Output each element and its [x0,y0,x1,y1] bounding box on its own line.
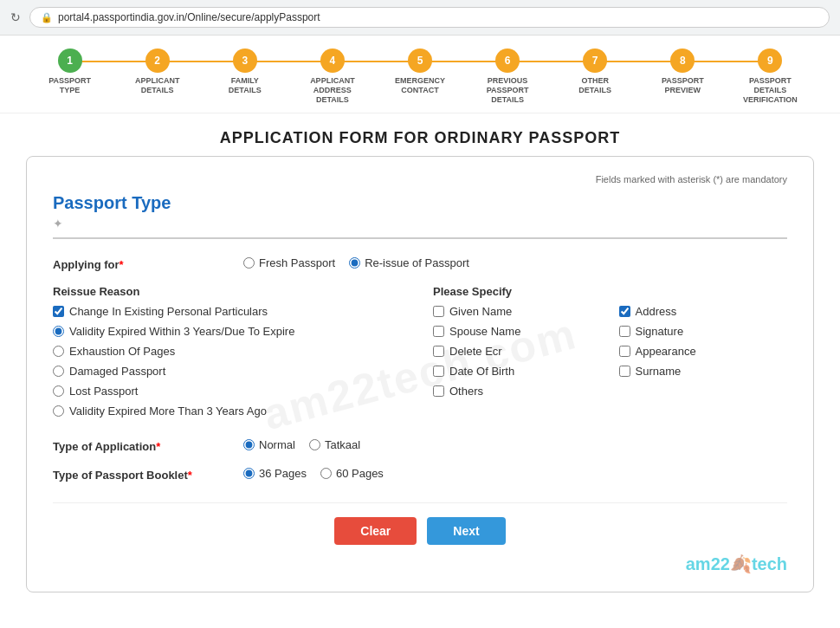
tatkaal-option[interactable]: Tatkaal [309,438,360,451]
specify-given-name-checkbox[interactable] [433,306,444,317]
step-5[interactable]: 5 EMERGENCY CONTACT [376,49,463,95]
reissue-section: Reissue Reason Change In Existing Person… [53,285,787,424]
step-label-1: PASSPORT TYPE [40,76,100,95]
compass-icon: ✦ [53,217,787,230]
type-of-application-controls: Normal Tatkaal [243,438,787,451]
36-pages-radio[interactable] [243,468,255,479]
reissue-columns: Reissue Reason Change In Existing Person… [53,285,787,424]
main-content: 1 PASSPORT TYPE 2 APPLICANT DETAILS 3 FA… [0,36,840,628]
fresh-passport-option[interactable]: Fresh Passport [243,256,335,269]
specify-given-name[interactable]: Given Name [433,305,602,318]
progress-bar: 1 PASSPORT TYPE 2 APPLICANT DETAILS 3 FA… [0,36,840,113]
application-type-radio-group: Normal Tatkaal [243,438,787,451]
section-title: Passport Type [53,193,787,213]
applying-for-controls: Fresh Passport Re-issue of Passport [243,256,787,269]
specify-others-checkbox[interactable] [433,385,444,397]
step-circle-9: 9 [758,49,782,73]
step-circle-2: 2 [145,49,170,73]
step-circle-8: 8 [670,49,695,73]
specify-date-of-birth[interactable]: Date Of Birth [433,365,602,378]
specify-signature-checkbox[interactable] [619,326,630,337]
type-of-booklet-label: Type of Passport Booklet* [53,467,243,482]
specify-address-checkbox[interactable] [619,306,630,317]
step-label-7: OTHER DETAILS [565,76,625,95]
specify-spouse-name[interactable]: Spouse Name [433,325,602,338]
tatkaal-radio[interactable] [309,439,320,450]
step-label-6: PREVIOUS PASSPORT DETAILS [477,76,538,104]
step-4[interactable]: 4 APPLICANT ADDRESS DETAILS [288,49,376,104]
step-circle-7: 7 [583,49,607,73]
lock-icon: 🔒 [41,12,53,23]
step-label-5: EMERGENCY CONTACT [390,76,450,95]
step-3[interactable]: 3 FAMILY DETAILS [201,49,288,95]
specify-address[interactable]: Address [619,305,788,318]
specify-others[interactable]: Others [433,385,602,398]
60-pages-option[interactable]: 60 Pages [320,467,384,480]
reissue-radio-2[interactable] [53,326,64,337]
reissue-option-1[interactable]: Change In Existing Personal Particulars [53,305,407,318]
60-pages-radio[interactable] [320,468,332,479]
36-pages-option[interactable]: 36 Pages [243,467,307,480]
please-specify-col: Please Specify Given Name Spouse Name [433,285,787,424]
reissue-passport-option[interactable]: Re-issue of Passport [349,256,469,269]
reissue-reason-header: Reissue Reason [53,285,407,298]
page-title: APPLICATION FORM FOR ORDINARY PASSPORT [0,113,840,156]
step-7[interactable]: 7 OTHER DETAILS [552,49,639,95]
reissue-radio-4[interactable] [53,366,64,377]
specify-surname-checkbox[interactable] [619,366,630,377]
step-1[interactable]: 1 PASSPORT TYPE [26,49,113,95]
reissue-radio-6[interactable] [53,405,64,417]
specify-columns: Given Name Spouse Name Delete Ecr [433,305,787,405]
next-button[interactable]: Next [427,517,505,545]
step-9[interactable]: 9 PASSPORT DETAILS VERIFICATION [727,49,814,104]
step-circle-3: 3 [233,49,257,73]
button-row: Clear Next [53,502,787,545]
mandatory-note: Fields marked with asterisk (*) are mand… [53,174,787,185]
specify-col-2: Address Signature Appearance [619,305,788,405]
type-of-application-row: Type of Application* Normal Tatkaal [53,438,787,453]
address-bar: 🔒 portal4.passportindia.gov.in/Online/se… [29,7,830,28]
specify-appearance-checkbox[interactable] [619,346,630,357]
reissue-option-2[interactable]: Validity Expired Within 3 Years/Due To E… [53,325,407,338]
reissue-passport-radio[interactable] [349,257,360,269]
applying-for-radio-group: Fresh Passport Re-issue of Passport [243,256,787,269]
specify-delete-ecr[interactable]: Delete Ecr [433,345,602,358]
reissue-radio-3[interactable] [53,346,64,357]
step-circle-5: 5 [408,49,432,73]
step-label-4: APPLICANT ADDRESS DETAILS [302,76,363,104]
booklet-type-radio-group: 36 Pages 60 Pages [243,467,787,480]
browser-bar: ↻ 🔒 portal4.passportindia.gov.in/Online/… [0,0,840,36]
specify-appearance[interactable]: Appearance [619,345,788,358]
type-of-booklet-controls: 36 Pages 60 Pages [243,467,787,480]
reissue-reason-col: Reissue Reason Change In Existing Person… [53,285,407,424]
reissue-radio-5[interactable] [53,385,64,397]
specify-signature[interactable]: Signature [619,325,788,338]
step-circle-4: 4 [320,49,345,73]
step-label-8: PASSPORT PREVIEW [652,76,713,95]
step-2[interactable]: 2 APPLICANT DETAILS [113,49,201,95]
step-circle-1: 1 [58,49,82,73]
refresh-icon[interactable]: ↻ [10,10,21,24]
specify-col-1: Given Name Spouse Name Delete Ecr [433,305,602,405]
step-label-3: FAMILY DETAILS [215,76,275,95]
reissue-option-6[interactable]: Validity Expired More Than 3 Years Ago [53,405,407,418]
url-text: portal4.passportindia.gov.in/Online/secu… [58,11,320,23]
brand-heart: 🍂 [730,554,752,573]
reissue-checkbox-1[interactable] [53,306,64,317]
reissue-option-4[interactable]: Damaged Passport [53,365,407,378]
specify-surname[interactable]: Surname [619,365,788,378]
specify-spouse-name-checkbox[interactable] [433,326,444,337]
section-divider [53,237,787,239]
specify-delete-ecr-checkbox[interactable] [433,346,444,357]
fresh-passport-radio[interactable] [243,257,255,269]
reissue-option-5[interactable]: Lost Passport [53,385,407,398]
step-label-2: APPLICANT DETAILS [127,76,188,95]
normal-option[interactable]: Normal [243,438,295,451]
reissue-option-3[interactable]: Exhaustion Of Pages [53,345,407,358]
specify-dob-checkbox[interactable] [433,366,444,377]
clear-button[interactable]: Clear [334,517,417,545]
type-of-booklet-row: Type of Passport Booklet* 36 Pages 60 Pa… [53,467,787,482]
normal-radio[interactable] [243,439,255,450]
step-8[interactable]: 8 PASSPORT PREVIEW [639,49,727,95]
step-6[interactable]: 6 PREVIOUS PASSPORT DETAILS [464,49,552,104]
